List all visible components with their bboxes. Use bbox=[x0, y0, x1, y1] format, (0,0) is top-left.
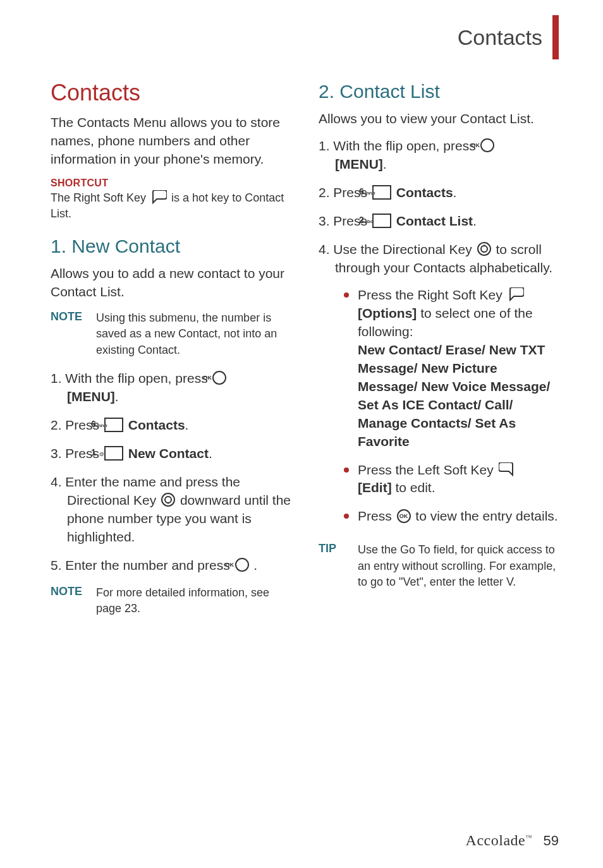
contact-list-steps: 1. With the flip open, press OK [MENU]. … bbox=[319, 137, 559, 526]
ok-key-icon: OK bbox=[235, 558, 249, 572]
step-bold: Contacts bbox=[128, 418, 185, 432]
bullet-text: Press bbox=[358, 509, 396, 523]
page-title: Contacts bbox=[458, 25, 549, 50]
bullet-edit: Press the Left Soft Key [Edit] to edit. bbox=[341, 461, 559, 498]
step-post: . bbox=[473, 214, 477, 228]
bullet-post: to view the entry details. bbox=[412, 509, 558, 523]
bullet-post: to edit. bbox=[392, 480, 436, 495]
step-bold: [MENU] bbox=[67, 389, 115, 404]
shortcut-block: SHORTCUT The Right Soft Key is a hot key… bbox=[51, 178, 291, 222]
bullet-options: Press the Right Soft Key [Options] to se… bbox=[341, 286, 559, 451]
page: Contacts Contacts The Contacts Menu allo… bbox=[0, 0, 603, 868]
bullet-text: Press the Right Soft Key bbox=[358, 287, 506, 302]
key-6-icon: 6mno bbox=[104, 418, 123, 432]
key-sub: mno bbox=[365, 190, 375, 196]
step-bold: [MENU] bbox=[335, 157, 383, 171]
step-text: 1. With the flip open, press bbox=[319, 138, 479, 153]
note-2: NOTE For more detailed information, see … bbox=[51, 585, 291, 617]
step-text: 4. Use the Directional Key bbox=[319, 242, 476, 256]
key-main: 6 bbox=[359, 186, 364, 196]
shortcut-pre: The Right Soft Key bbox=[51, 191, 149, 204]
contact-list-intro: Allows you to view your Contact List. bbox=[319, 110, 559, 128]
bullet-bold: [Options] bbox=[358, 306, 417, 320]
bullet-bold-list: New Contact/ Erase/ New TXT Message/ New… bbox=[358, 342, 550, 449]
directional-key-down-icon bbox=[161, 493, 175, 507]
options-bullets: Press the Right Soft Key [Options] to se… bbox=[335, 286, 559, 526]
ok-key-icon: OK bbox=[212, 371, 226, 385]
right-soft-key-icon bbox=[150, 190, 167, 204]
right-column: 2. Contact List Allows you to view your … bbox=[319, 80, 559, 628]
shortcut-text: The Right Soft Key is a hot key to Conta… bbox=[51, 190, 291, 222]
contact-list-heading: 2. Contact List bbox=[319, 81, 559, 102]
step-bold: Contacts bbox=[396, 185, 453, 200]
step-3: 3. Press 1. @ New Contact. bbox=[51, 445, 291, 463]
tip-label: TIP bbox=[319, 542, 350, 555]
step-bold: Contact List bbox=[396, 214, 473, 228]
shortcut-label: SHORTCUT bbox=[51, 178, 291, 189]
key-sub: mno bbox=[97, 423, 107, 428]
right-soft-key-icon bbox=[508, 287, 524, 301]
left-column: Contacts The Contacts Menu allows you to… bbox=[51, 80, 291, 628]
directional-key-icon bbox=[477, 242, 491, 256]
note-text: For more detailed information, see page … bbox=[96, 585, 291, 617]
step-2: 2. Press 6mno Contacts. bbox=[319, 184, 559, 202]
step-post: . bbox=[209, 446, 212, 461]
columns: Contacts The Contacts Menu allows you to… bbox=[51, 80, 559, 628]
key-main: 6 bbox=[91, 419, 96, 429]
contacts-heading: Contacts bbox=[51, 80, 291, 106]
note-text: Using this submenu, the number is saved … bbox=[96, 310, 291, 358]
step-post: . bbox=[185, 418, 189, 432]
step-4: 4. Use the Directional Key to scroll thr… bbox=[319, 241, 559, 526]
step-1: 1. With the flip open, press OK [MENU]. bbox=[319, 137, 559, 174]
page-number: 59 bbox=[544, 833, 559, 849]
bullet-text: Press the Left Soft Key bbox=[358, 462, 497, 477]
key-main: 2 bbox=[359, 215, 364, 225]
step-5: 5. Enter the number and press OK . bbox=[51, 557, 291, 575]
ok-key-icon: OK bbox=[397, 509, 411, 523]
step-2: 2. Press 6mno Contacts. bbox=[51, 416, 291, 435]
ok-key-icon: OK bbox=[480, 138, 494, 152]
left-soft-key-icon bbox=[499, 462, 515, 476]
brand-text: Accolade bbox=[466, 832, 526, 848]
brand-name: Accolade™ bbox=[466, 832, 532, 849]
key-main: 1 bbox=[91, 447, 96, 457]
note-label: NOTE bbox=[51, 585, 88, 598]
step-text: 5. Enter the number and press bbox=[51, 558, 234, 572]
new-contact-steps: 1. With the flip open, press OK [MENU]. … bbox=[51, 370, 291, 575]
contacts-intro: The Contacts Menu allows you to store na… bbox=[51, 114, 291, 169]
new-contact-heading: 1. New Contact bbox=[51, 236, 291, 257]
key-6-icon: 6mno bbox=[372, 185, 391, 200]
bullet-bold: [Edit] bbox=[358, 480, 392, 495]
step-1: 1. With the flip open, press OK [MENU]. bbox=[51, 370, 291, 406]
header-bar: Contacts bbox=[51, 25, 559, 59]
new-contact-intro: Allows you to add a new contact to your … bbox=[51, 265, 291, 301]
step-3: 3. Press 2abc Contact List. bbox=[319, 212, 559, 231]
step-post: . bbox=[453, 185, 457, 200]
key-1-icon: 1. @ bbox=[104, 446, 123, 461]
note-1: NOTE Using this submenu, the number is s… bbox=[51, 310, 291, 358]
key-sub: abc bbox=[365, 219, 374, 224]
footer: Accolade™ 59 bbox=[466, 832, 559, 849]
tip-text: Use the Go To field, for quick access to… bbox=[358, 542, 559, 590]
step-post: . bbox=[250, 558, 258, 572]
step-text: 1. With the flip open, press bbox=[51, 371, 211, 385]
step-post: . bbox=[115, 389, 119, 404]
trademark: ™ bbox=[525, 834, 532, 841]
step-bold: New Contact bbox=[128, 446, 209, 461]
step-post: . bbox=[383, 157, 387, 171]
step-4: 4. Enter the name and press the Directio… bbox=[51, 473, 291, 546]
tip-block: TIP Use the Go To field, for quick acces… bbox=[319, 542, 559, 590]
note-label: NOTE bbox=[51, 310, 88, 323]
accent-bar bbox=[552, 15, 559, 59]
key-2-icon: 2abc bbox=[372, 214, 391, 228]
bullet-view: Press OK to view the entry details. bbox=[341, 507, 559, 526]
